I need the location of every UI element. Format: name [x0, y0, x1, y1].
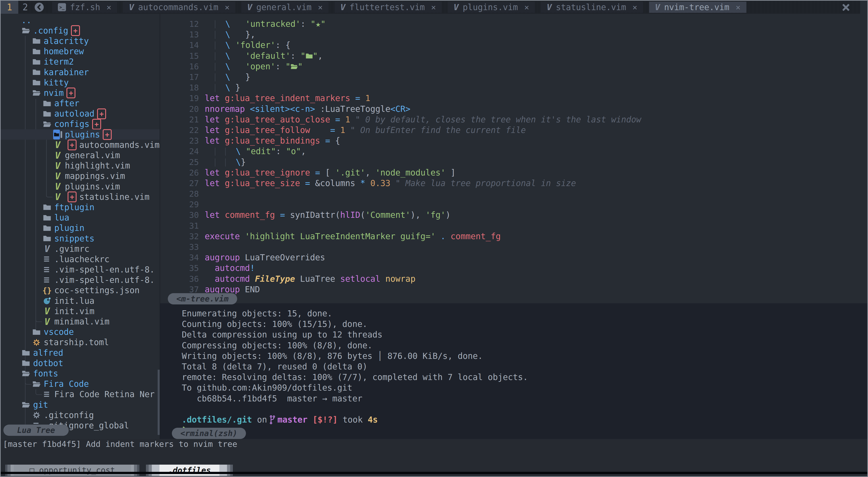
tree-item-init.vim[interactable]: Vinit.vim [1, 306, 160, 316]
tree-item-label: general.vim [65, 150, 120, 160]
tab-close-icon[interactable]: × [632, 3, 638, 12]
tab-statusline.vim[interactable]: Vstatusline.vim× [541, 2, 643, 13]
tree-item-label: after [54, 99, 79, 108]
tree-item-.vim-spell-en.utf-8.[interactable]: .vim-spell-en.utf-8. [1, 275, 160, 285]
tree-item-fonts[interactable]: fonts [1, 368, 160, 379]
terminal-pane[interactable]: Enumerating objects: 15, done.Counting o… [160, 303, 867, 439]
terminal-line: cb68b54..f1bd4f5 master → master [182, 393, 867, 404]
tree-item-.config[interactable]: .config+ [1, 26, 160, 36]
tree-item-iterm2[interactable]: iterm2 [1, 57, 160, 67]
buffer-tabs: >_fzf.sh×Vautocommands.vim×Vgeneral.vim×… [46, 1, 746, 14]
tree-item-snippets[interactable]: snippets [1, 233, 160, 244]
token: : [276, 146, 286, 156]
tree-item-after[interactable]: after [1, 98, 160, 109]
tree-item-alacritty[interactable]: alacritty [1, 36, 160, 46]
tree-item-label: .luacheckrc [54, 254, 110, 264]
tree-item-.gvimrc[interactable]: V.gvimrc [1, 244, 160, 254]
tmux-window-opportunity-cost[interactable]: □ opportunity_cost [5, 465, 140, 476]
token: let [205, 125, 220, 135]
vim-icon: V [53, 192, 62, 201]
tree-item-label: snippets [54, 234, 94, 243]
line-number: 31 [160, 221, 205, 230]
tree-item-Fira Code Retina Ner[interactable]: Fira Code Retina Ner [1, 389, 160, 400]
tree-item-minimal.vim[interactable]: Vminimal.vim [1, 316, 160, 327]
tab-number-2[interactable]: 2 [18, 1, 32, 14]
tree-item-label: highlight.vim [65, 161, 130, 171]
tmux-window-dotfiles[interactable]: .dotfiles [146, 465, 233, 476]
tree-item-label: autocommands.vim [79, 140, 159, 150]
token: : [290, 51, 301, 61]
tree-item-dotbot[interactable]: dotbot [1, 358, 160, 368]
editor-pane[interactable]: 12 \ 'untracked': "★"13 \ },14 \ 'folder… [160, 14, 867, 303]
code-text: let comment_fg = synIDattr(hlID('Comment… [205, 210, 451, 220]
line-number: 12 [160, 19, 205, 29]
tab-nvim-tree.vim[interactable]: Vnvim-tree.vim× [649, 2, 746, 13]
tree-item-.luacheckrc[interactable]: .luacheckrc [1, 254, 160, 264]
tree-item-autoload[interactable]: autoload+ [1, 109, 160, 119]
line-number: 28 [160, 189, 205, 199]
tab-plugins.vim[interactable]: Vplugins.vim× [448, 2, 535, 13]
close-icon[interactable] [842, 3, 850, 11]
tree-item-alfred[interactable]: alfred [1, 348, 160, 358]
tree-item-Fira Code[interactable]: Fira Code [1, 379, 160, 389]
tab-close-icon[interactable]: × [524, 3, 529, 12]
tree-item-label: alacritty [44, 36, 89, 46]
token [215, 72, 225, 82]
token [220, 93, 225, 103]
tree-item-git[interactable]: git [1, 400, 160, 410]
status-zone: [master f1bd4f5] Add indent markers to n… [1, 439, 867, 474]
tab-close-icon[interactable]: × [225, 3, 230, 12]
tree-item-autocommands.vim[interactable]: V+autocommands.vim [1, 140, 160, 150]
tab-number-1[interactable]: 1 [1, 1, 18, 14]
tab-autocommands.vim[interactable]: Vautocommands.vim× [123, 2, 235, 13]
folder-glyph-icon [306, 53, 313, 59]
tree-item-coc-settings.json[interactable]: {}coc-settings.json [1, 285, 160, 296]
tree-item-plugins[interactable]: plugins+ [1, 129, 160, 140]
tree-item-label: fonts [33, 369, 58, 378]
tab-close-icon[interactable]: × [106, 3, 112, 12]
token: { [335, 136, 340, 145]
tab-fzf.sh[interactable]: >_fzf.sh× [52, 2, 117, 13]
circle-arrow-left-icon[interactable] [34, 2, 44, 12]
tree-item-vscode[interactable]: vscode [1, 327, 160, 337]
tree-item-nvim[interactable]: nvim+ [1, 88, 160, 98]
git-modified-badge: + [68, 192, 76, 202]
tree-item-.vim-spell-en.utf-8.[interactable]: .vim-spell-en.utf-8. [1, 265, 160, 275]
tree-item-homebrew[interactable]: homebrew [1, 46, 160, 57]
tree-item-lua[interactable]: lua [1, 213, 160, 223]
tree-item-plugins.vim[interactable]: Vplugins.vim [1, 181, 160, 192]
token: nowrap [385, 274, 415, 284]
token [345, 125, 350, 135]
line-number: 13 [160, 30, 205, 39]
tree-scrollbar[interactable] [158, 370, 160, 435]
vim-icon: V [655, 3, 660, 11]
tree-item-general.vim[interactable]: Vgeneral.vim [1, 150, 160, 161]
tree-item-ftplugin[interactable]: ftplugin [1, 202, 160, 212]
tree-item-kitty[interactable]: kitty [1, 77, 160, 88]
tree-item-..[interactable]: .. [1, 15, 160, 26]
tree-item-.gitconfig[interactable]: .gitconfig [1, 410, 160, 420]
tab-close-icon[interactable]: × [736, 3, 741, 12]
tree-item-init.lua[interactable]: init.lua [1, 296, 160, 306]
tree-item-starship.toml[interactable]: starship.toml [1, 337, 160, 348]
token: augroup [205, 253, 240, 262]
code-text: \ }, [205, 30, 255, 39]
token [350, 93, 355, 103]
tree-item-karabiner[interactable]: karabiner [1, 67, 160, 77]
token: on [252, 415, 267, 424]
token: END [245, 285, 260, 294]
tree-item-highlight.vim[interactable]: Vhighlight.vim [1, 161, 160, 171]
tree-item-mappings.vim[interactable]: Vmappings.vim [1, 171, 160, 181]
tree-item-plugin[interactable]: plugin [1, 223, 160, 233]
tree-item-configs[interactable]: configs+ [1, 119, 160, 129]
tree-item-label: .. [21, 15, 32, 25]
token [226, 157, 236, 167]
tab-close-icon[interactable]: × [318, 3, 323, 12]
tab-close-icon[interactable]: × [431, 3, 436, 12]
tab-fluttertest.vim[interactable]: Vfluttertest.vim× [335, 2, 442, 13]
code-text: \ 'untracked': "★" [205, 19, 326, 29]
tree-item-statusline.vim[interactable]: V+statusline.vim [1, 192, 160, 202]
tab-general.vim[interactable]: Vgeneral.vim× [241, 2, 329, 13]
code-line: 35 autocmd! [160, 263, 867, 273]
tree-item-label: Fira Code Retina Ner [54, 389, 155, 399]
